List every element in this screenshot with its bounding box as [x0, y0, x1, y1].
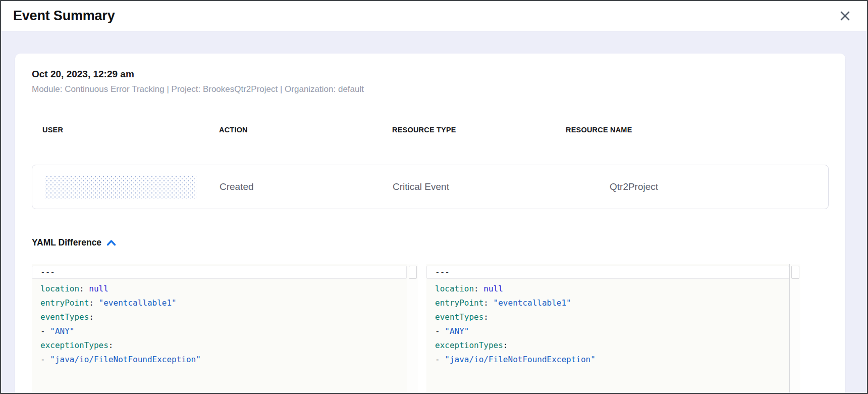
- code-line: eventTypes:: [32, 310, 407, 324]
- action-cell: Created: [220, 181, 393, 192]
- code-line: exceptionTypes:: [32, 338, 407, 353]
- code-token-dash: -: [435, 355, 445, 364]
- event-card: Oct 20, 2023, 12:29 am Module: Continuou…: [15, 54, 845, 392]
- code-token-str: "java/io/FileNotFoundException": [50, 355, 201, 364]
- code-line: ---: [426, 266, 789, 279]
- code-line: - "ANY": [32, 324, 407, 338]
- close-icon: [839, 10, 851, 22]
- code-token-dash: -: [40, 326, 50, 336]
- code-line: location: null: [32, 282, 407, 296]
- code-token-key: location: [435, 284, 474, 293]
- column-header-resource-name: RESOURCE NAME: [566, 126, 829, 134]
- modal-body: Oct 20, 2023, 12:29 am Module: Continuou…: [1, 31, 867, 392]
- code-token-str: "ANY": [445, 326, 469, 336]
- code-token-str: "eventcallable1": [99, 298, 177, 308]
- yaml-code-right: ---location: nullentryPoint: "eventcalla…: [426, 264, 789, 392]
- close-button[interactable]: [836, 7, 854, 25]
- code-token-str: "eventcallable1": [494, 298, 571, 308]
- event-summary-modal: Event Summary Oct 20, 2023, 12:29 am Mod…: [0, 0, 868, 394]
- yaml-difference-toggle[interactable]: YAML Difference: [32, 237, 116, 248]
- code-token-key: exceptionTypes: [40, 340, 108, 350]
- code-token-p: :: [483, 298, 493, 308]
- right-panel-scrollbar-track[interactable]: [789, 264, 800, 392]
- table-row: Created Critical Event Qtr2Project: [32, 165, 829, 209]
- column-header-user: USER: [42, 126, 219, 134]
- code-line: - "ANY": [426, 324, 789, 338]
- page-title: Event Summary: [13, 8, 115, 24]
- code-line: ---: [32, 266, 407, 279]
- code-token-p: :: [503, 340, 508, 350]
- chevron-up-icon: [106, 239, 116, 246]
- resource-type-cell: Critical Event: [393, 181, 566, 192]
- code-token-key: location: [40, 284, 79, 293]
- yaml-diff-left-panel: ---location: nullentryPoint: "eventcalla…: [32, 264, 418, 392]
- modal-header: Event Summary: [1, 1, 867, 31]
- code-line: eventTypes:: [426, 310, 789, 324]
- code-token-key: entryPoint: [40, 298, 89, 308]
- code-token-p: :: [89, 298, 98, 308]
- code-token-p: :: [483, 312, 489, 322]
- left-panel-scrollbar-track[interactable]: [407, 264, 418, 392]
- code-token-null: null: [483, 284, 503, 293]
- code-token-dash: -: [435, 326, 445, 336]
- code-token-p: :: [108, 340, 114, 350]
- yaml-difference-label: YAML Difference: [32, 237, 101, 248]
- code-line: entryPoint: "eventcallable1": [32, 296, 407, 310]
- right-panel-scrollbar-thumb[interactable]: [791, 266, 799, 279]
- code-line: entryPoint: "eventcallable1": [426, 296, 789, 310]
- code-token-str: "java/io/FileNotFoundException": [445, 355, 595, 364]
- code-line: - "java/io/FileNotFoundException": [426, 353, 789, 367]
- user-redacted-block: [45, 175, 196, 199]
- code-token-plain: ---: [435, 267, 450, 277]
- code-token-key: entryPoint: [435, 298, 483, 308]
- code-token-dash: -: [40, 355, 50, 364]
- table-header: USER ACTION RESOURCE TYPE RESOURCE NAME: [32, 126, 829, 134]
- code-line: exceptionTypes:: [426, 338, 789, 353]
- event-meta: Module: Continuous Error Tracking | Proj…: [32, 84, 829, 94]
- column-header-resource-type: RESOURCE TYPE: [392, 126, 566, 134]
- code-token-null: null: [89, 284, 108, 293]
- code-line: location: null: [426, 282, 789, 296]
- resource-name-cell: Qtr2Project: [566, 181, 828, 192]
- code-token-plain: ---: [40, 267, 55, 277]
- code-token-key: exceptionTypes: [435, 340, 503, 350]
- code-token-p: :: [79, 284, 89, 293]
- yaml-diff-container: ---location: nullentryPoint: "eventcalla…: [32, 264, 829, 392]
- left-panel-scrollbar-thumb[interactable]: [409, 266, 417, 279]
- yaml-code-left: ---location: nullentryPoint: "eventcalla…: [32, 264, 407, 392]
- event-timestamp: Oct 20, 2023, 12:29 am: [32, 69, 829, 80]
- user-cell: [43, 175, 220, 199]
- code-token-key: eventTypes: [435, 312, 483, 322]
- yaml-diff-right-panel: ---location: nullentryPoint: "eventcalla…: [426, 264, 800, 392]
- code-token-p: :: [89, 312, 94, 322]
- column-header-action: ACTION: [219, 126, 392, 134]
- code-line: - "java/io/FileNotFoundException": [32, 353, 407, 367]
- code-token-p: :: [474, 284, 483, 293]
- code-token-key: eventTypes: [40, 312, 89, 322]
- code-token-str: "ANY": [50, 326, 74, 336]
